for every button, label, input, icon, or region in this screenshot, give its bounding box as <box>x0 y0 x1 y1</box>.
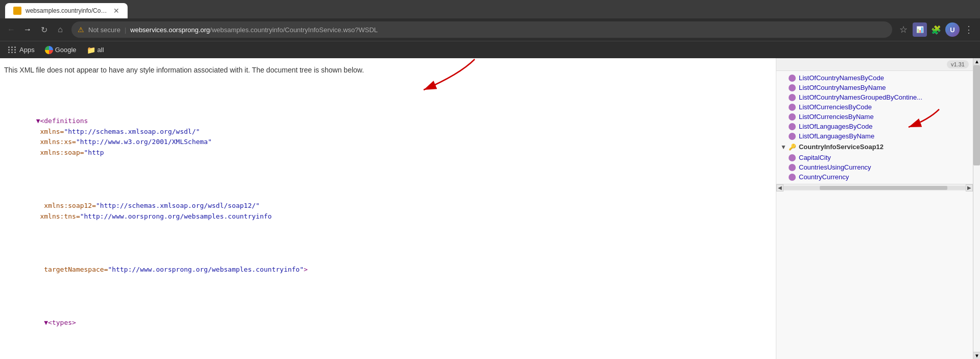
tree-item-currencies-by-code[interactable]: ListOfCurrenciesByCode <box>776 102 973 112</box>
navigation-bar: ← → ↻ ⌂ ⚠ Not secure | webservices.oorsp… <box>0 18 980 41</box>
tree-item-currencies-by-name[interactable]: ListOfCurrenciesByName <box>776 112 973 122</box>
tree-item-list-by-name[interactable]: ListOfCountryNamesByName <box>776 83 973 92</box>
apps-label: Apps <box>19 46 35 54</box>
address-separator: | <box>125 26 126 34</box>
tree-link-currencies-by-name[interactable]: ListOfCurrenciesByName <box>799 113 874 121</box>
address-domain: webservices.oorsprong.org <box>130 26 210 34</box>
extensions-button[interactable]: 🧩 <box>929 22 943 37</box>
tree-link-country-currency[interactable]: CountryCurrency <box>799 173 849 181</box>
tree-item-country-currency[interactable]: CountryCurrency <box>776 172 973 182</box>
tree-bullet-icon <box>789 104 796 111</box>
scroll-right-button[interactable]: ▶ <box>966 184 973 192</box>
profile-avatar[interactable]: U <box>945 22 960 37</box>
tree-key-icon: 🔑 <box>789 143 796 151</box>
h-scroll-thumb <box>820 186 947 190</box>
tree-item-languages-by-name[interactable]: ListOfLanguagesByName <box>776 131 973 141</box>
tree-bullet-icon <box>789 123 796 130</box>
tree-bullet-icon <box>789 75 796 82</box>
tree-link-countries-using-currency[interactable]: CountriesUsingCurrency <box>799 163 871 171</box>
tree-section-label: CountryInfoServiceSoap12 <box>799 143 884 151</box>
vertical-scrollbar[interactable]: ▲ ▼ <box>973 58 980 359</box>
apps-grid-icon <box>8 46 16 53</box>
tree-link-currencies-by-code[interactable]: ListOfCurrenciesByCode <box>799 103 872 111</box>
extension-icon[interactable]: 📊 <box>913 22 927 37</box>
google-icon <box>45 46 53 54</box>
tree-item-list-grouped[interactable]: ListOfCountryNamesGroupedByContine... <box>776 92 973 102</box>
active-tab[interactable]: websamples.countryinfo/CountryInfoServic… <box>5 3 128 18</box>
bookmarks-bar: Apps Google 📁 all <box>0 41 980 58</box>
tab-title: websamples.countryinfo/CountryInfoServic… <box>26 7 109 14</box>
home-button[interactable]: ⌂ <box>53 22 67 37</box>
folder-icon: 📁 <box>87 46 95 54</box>
tree-item-countries-using-currency[interactable]: CountriesUsingCurrency <box>776 162 973 172</box>
all-folder-button[interactable]: 📁 all <box>83 44 108 56</box>
forward-button[interactable]: → <box>20 22 35 37</box>
tree-bullet-icon <box>789 94 796 101</box>
scroll-down-button[interactable]: ▼ <box>973 352 980 359</box>
tree-link-list-by-name[interactable]: ListOfCountryNamesByName <box>799 84 886 91</box>
google-bookmark-button[interactable]: Google <box>41 44 81 56</box>
side-panel-header: v1.31 <box>776 58 973 71</box>
security-warning-icon: ⚠ <box>78 26 84 34</box>
tree-bullet-icon <box>789 113 796 121</box>
tree-section-soap12[interactable]: ▼ 🔑 CountryInfoServiceSoap12 <box>776 141 973 153</box>
tree-link-list-grouped[interactable]: ListOfCountryNamesGroupedByContine... <box>799 93 922 101</box>
tree-bullet-icon <box>789 84 796 91</box>
tree-bullet-icon <box>789 154 796 161</box>
address-text[interactable]: webservices.oorsprong.org/websamples.cou… <box>130 26 886 34</box>
side-panel: v1.31 ListOfCountryNamesByCode ListOfCou… <box>776 58 980 359</box>
chrome-menu-button[interactable]: ⋮ <box>962 22 976 37</box>
tab-bar: websamples.countryinfo/CountryInfoServic… <box>0 0 980 18</box>
tree-expand-icon: ▼ <box>780 143 787 151</box>
tree-link-languages-by-name[interactable]: ListOfLanguagesByName <box>799 132 874 140</box>
tab-favicon <box>13 7 21 15</box>
scroll-left-button[interactable]: ◀ <box>776 184 783 192</box>
tree-link-languages-by-code[interactable]: ListOfLanguagesByCode <box>799 123 873 130</box>
tree-item-capital-city[interactable]: CapitalCity <box>776 153 973 162</box>
horizontal-scrollbar[interactable]: ◀ ▶ <box>776 184 973 191</box>
tree-bullet-icon <box>789 164 796 171</box>
v-scroll-thumb <box>973 65 980 165</box>
not-secure-label: Not secure <box>88 26 120 34</box>
browser-chrome: websamples.countryinfo/CountryInfoServic… <box>0 0 980 58</box>
all-folder-label: all <box>97 46 104 54</box>
tree-link-list-by-code[interactable]: ListOfCountryNamesByCode <box>799 74 884 82</box>
bookmark-button[interactable]: ☆ <box>896 22 911 37</box>
scroll-up-button[interactable]: ▲ <box>973 58 980 65</box>
main-content: This XML file does not appear to have an… <box>0 58 980 359</box>
tree-bullet-icon <box>789 133 796 140</box>
google-label: Google <box>55 46 77 54</box>
back-button[interactable]: ← <box>4 22 18 37</box>
version-badge: v1.31 <box>947 60 969 68</box>
tree-link-capital-city[interactable]: CapitalCity <box>799 154 831 161</box>
tree-bullet-icon <box>789 174 796 181</box>
tree-item-languages-by-code[interactable]: ListOfLanguagesByCode <box>776 122 973 131</box>
panel-scroll-area[interactable]: ListOfCountryNamesByCode ListOfCountryNa… <box>776 71 973 184</box>
apps-bookmark-button[interactable]: Apps <box>4 44 39 56</box>
h-scroll-track[interactable] <box>783 186 966 190</box>
address-bar[interactable]: ⚠ Not secure | webservices.oorsprong.org… <box>71 21 892 38</box>
reload-button[interactable]: ↻ <box>37 22 51 37</box>
address-path: /websamples.countryinfo/CountryInfoServi… <box>210 26 378 34</box>
tree-item-list-by-code[interactable]: ListOfCountryNamesByCode <box>776 73 973 83</box>
tab-close-button[interactable]: ✕ <box>113 7 119 15</box>
